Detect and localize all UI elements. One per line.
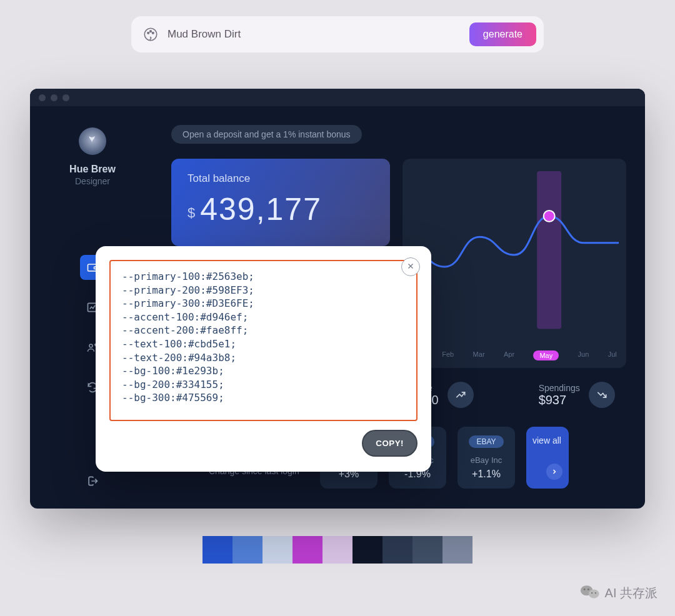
swatch[interactable] [262,536,292,564]
chevron-right-icon [546,464,562,480]
balance-chart: JunFebMarAprMayJunJul [402,159,626,368]
swatch[interactable] [202,536,232,564]
swatch[interactable] [352,536,382,564]
view-all-card[interactable]: view all [526,427,569,489]
spendings-label: Spendings [539,383,580,393]
view-all-label: view all [532,435,562,445]
chart-month-label: Apr [504,350,514,360]
logout-button[interactable] [86,475,99,490]
svg-point-3 [152,32,154,34]
close-button[interactable] [401,257,420,276]
svg-point-1 [148,32,149,34]
svg-point-13 [583,589,585,590]
swatch[interactable] [322,536,352,564]
swatch[interactable] [292,536,322,564]
wechat-icon [580,583,600,604]
user-role: Designer [75,176,110,186]
chart-month-label: Jun [578,350,589,360]
svg-point-14 [587,589,589,590]
window-dot [62,94,69,101]
palette-icon [142,26,159,42]
chart-x-axis: JunFebMarAprMayJunJul [402,350,626,360]
palette-swatches [0,536,675,564]
svg-point-15 [591,592,592,594]
chart-month-label: Mar [473,350,485,360]
close-icon [406,262,415,272]
swatch[interactable] [232,536,262,564]
svg-point-2 [150,31,152,32]
prompt-text[interactable]: Mud Brown Dirt [168,28,241,41]
css-export-modal: --primary-100:#2563eb; --primary-200:#59… [96,246,431,472]
balance-currency: $ [188,205,195,221]
svg-point-16 [594,592,596,594]
window-dot [39,94,46,101]
stock-ticker: EBAY [469,435,503,448]
stock-card[interactable]: EBAYeBay Inc+1.1% [458,427,515,489]
balance-label: Total balance [188,172,374,185]
chart-month-label: May [533,350,559,360]
swatch[interactable] [382,536,412,564]
trend-up-icon [448,382,474,408]
balance-card: Total balance $ 439,177 [171,159,390,246]
avatar[interactable] [79,127,106,155]
stock-name: eBay Inc [464,455,509,465]
svg-point-12 [588,589,599,598]
svg-point-7 [89,344,92,347]
spendings-value: $937 [539,393,580,407]
svg-rect-9 [537,171,561,329]
prompt-bar: Mud Brown Dirt generate [131,16,544,52]
swatch[interactable] [412,536,442,564]
chart-month-label: Jul [608,350,617,360]
svg-point-10 [544,211,555,222]
stat-spendings: Spendings $937 [539,382,615,408]
generate-button[interactable]: generate [469,22,536,46]
line-chart-svg [402,159,626,357]
trend-down-icon [589,382,615,408]
balance-amount: 439,177 [200,191,322,227]
watermark: AI 共存派 [580,583,658,604]
stock-change: +1.1% [464,469,509,480]
promo-banner[interactable]: Open a deposit and get a 1% instant bonu… [171,125,362,144]
watermark-text: AI 共存派 [605,585,658,602]
window-dot [51,94,58,101]
swatch[interactable] [442,536,472,564]
copy-button[interactable]: COPY! [362,430,418,457]
window-titlebar [30,89,645,106]
chart-month-label: Feb [442,350,454,360]
css-code-box[interactable]: --primary-100:#2563eb; --primary-200:#59… [109,260,418,421]
user-name: Hue Brew [69,164,116,175]
